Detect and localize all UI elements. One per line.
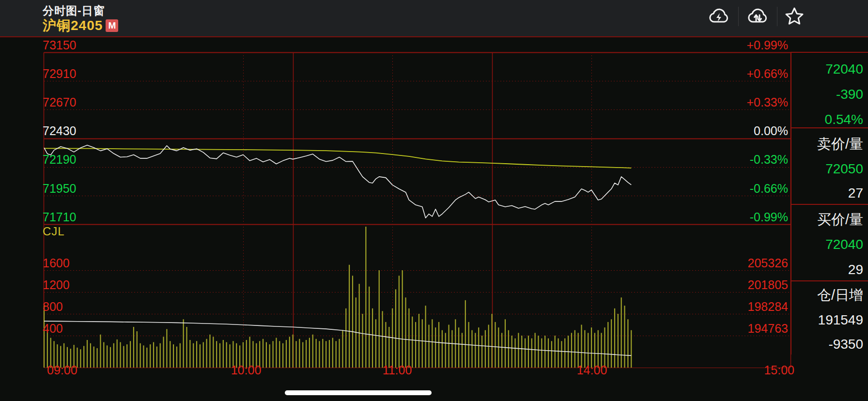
sidebar-divider bbox=[791, 280, 868, 281]
chart-canvas[interactable] bbox=[0, 0, 868, 401]
open-interest-line bbox=[44, 321, 631, 355]
pct-axis-label: -0.99% bbox=[750, 210, 788, 224]
price-axis-label: 72670 bbox=[43, 95, 77, 109]
pct-axis-label: -0.66% bbox=[750, 182, 788, 196]
pct-axis-label: +0.99% bbox=[747, 38, 789, 52]
open-interest-label: 仓/日增 bbox=[793, 287, 863, 303]
price-change: -390 bbox=[793, 87, 863, 102]
time-axis-label: 10:00 bbox=[231, 363, 262, 377]
open-interest-axis-label: 201805 bbox=[748, 278, 788, 292]
open-interest-axis-label: 198284 bbox=[748, 300, 788, 314]
trading-app-screen: 分时图-日窗 沪铜2405 M 73150 bbox=[0, 0, 868, 401]
volume-axis-label: 400 bbox=[43, 322, 63, 336]
sidebar-divider bbox=[791, 127, 868, 128]
bid-price: 72040 bbox=[793, 237, 863, 252]
quote-sidebar: 72040 -390 0.54% 卖价/量 72050 27 买价/量 7204… bbox=[790, 52, 868, 355]
price-axis-label: 71710 bbox=[43, 210, 77, 224]
pct-axis-label: -0.33% bbox=[750, 153, 788, 167]
home-indicator[interactable] bbox=[285, 390, 432, 395]
last-price: 72040 bbox=[793, 62, 863, 77]
price-line bbox=[44, 145, 631, 218]
open-interest-change: -9350 bbox=[793, 337, 863, 352]
volume-axis-label: 800 bbox=[43, 300, 63, 314]
ask-label: 卖价/量 bbox=[793, 136, 863, 152]
volume-axis-label: 1600 bbox=[43, 256, 70, 270]
bid-qty: 29 bbox=[793, 262, 863, 278]
price-change-pct: 0.54% bbox=[793, 112, 863, 127]
ask-qty: 27 bbox=[793, 185, 863, 201]
price-axis-label: 72910 bbox=[43, 67, 77, 81]
time-axis-label: 15:00 bbox=[764, 363, 794, 377]
bid-label: 买价/量 bbox=[793, 212, 863, 227]
pct-axis-label: +0.33% bbox=[747, 95, 789, 109]
price-axis-label: 72430 bbox=[43, 124, 77, 138]
time-axis-label: 14:00 bbox=[577, 363, 607, 377]
open-interest-axis-label: 194763 bbox=[748, 322, 788, 336]
open-interest-axis-label: 205326 bbox=[748, 256, 788, 270]
price-axis-label: 71950 bbox=[43, 182, 77, 196]
ask-price: 72050 bbox=[793, 161, 863, 177]
time-axis-label: 11:00 bbox=[383, 363, 412, 377]
price-axis-label: 72190 bbox=[43, 153, 77, 167]
time-axis-label: 09:00 bbox=[47, 363, 78, 377]
volume-axis-label: 1200 bbox=[43, 278, 70, 292]
pct-axis-label: 0.00% bbox=[754, 124, 788, 138]
open-interest-value: 191549 bbox=[793, 312, 863, 328]
price-axis-label: 73150 bbox=[43, 38, 77, 52]
sidebar-divider bbox=[791, 204, 868, 205]
pct-axis-label: +0.66% bbox=[747, 67, 789, 81]
indicator-label: CJL bbox=[43, 225, 65, 238]
